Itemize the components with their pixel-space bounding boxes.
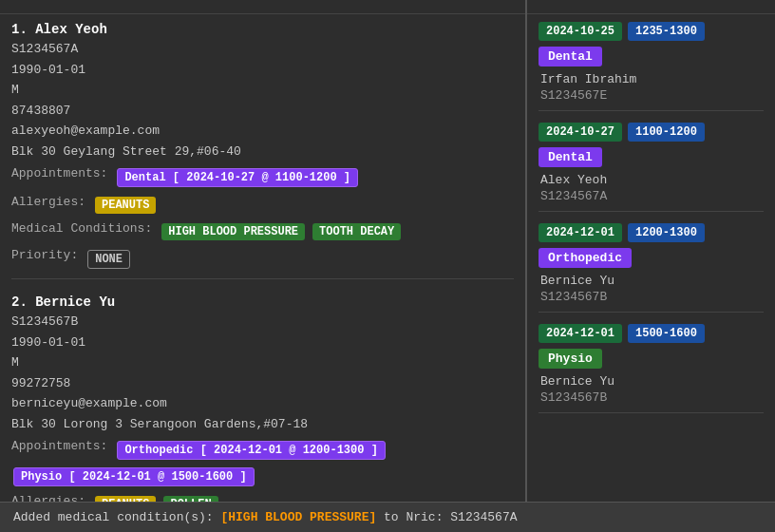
priority-tag: NONE: [87, 250, 130, 269]
patient-card: 1. Alex Yeoh S1234567A 1990-01-01 M 8743…: [11, 22, 514, 279]
patient-gender: M: [11, 81, 514, 100]
appointment-card: 2024-12-01 1200-1300 Orthopedic Bernice …: [539, 223, 764, 313]
appointments-label: Appointments:: [11, 439, 107, 453]
appointment-tag: Physio [ 2024-12-01 @ 1500-1600 ]: [13, 467, 255, 486]
patients-list: 1. Alex Yeoh S1234567A 1990-01-01 M 8743…: [0, 14, 525, 502]
allergies-row: Allergies: PEANUTS: [11, 195, 514, 216]
patient-nric: S1234567A: [11, 40, 514, 59]
allergy-tag: PEANUTS: [95, 197, 156, 214]
patient-card: 2. Bernice Yu S1234567B 1990-01-01 M 992…: [11, 294, 514, 502]
appointments-list: 2024-10-25 1235-1300 Dental Irfan Ibrahi…: [527, 14, 775, 502]
appt-patient-name: Bernice Yu: [540, 374, 764, 389]
appt-date-row: 2024-12-01 1500-1600: [539, 324, 764, 343]
appt-time: 1235-1300: [628, 22, 705, 41]
appt-date: 2024-12-01: [539, 223, 622, 242]
appt-time: 1500-1600: [628, 324, 705, 343]
priority-label: Priority:: [11, 248, 78, 262]
allergies-label: Allergies:: [11, 494, 85, 502]
patient-gender: M: [11, 353, 514, 372]
appt-patient-name: Alex Yeoh: [540, 173, 764, 187]
patient-email: alexyeoh@example.com: [11, 122, 514, 141]
patient-dob: 1990-01-01: [11, 333, 514, 352]
appt-date: 2024-10-27: [539, 123, 622, 142]
patient-dob: 1990-01-01: [11, 61, 514, 80]
appt-date-row: 2024-10-25 1235-1300: [539, 22, 764, 41]
patient-address: Blk 30 Geylang Street 29,#06-40: [11, 142, 514, 162]
patient-nric: S1234567B: [11, 313, 514, 332]
appointment-card: 2024-10-27 1100-1200 Dental Alex Yeoh S1…: [539, 123, 764, 212]
appointments-title: [527, 0, 775, 14]
appt-nric: S1234567B: [540, 390, 764, 405]
patient-phone: 87438807: [11, 102, 514, 121]
patients-panel: 1. Alex Yeoh S1234567A 1990-01-01 M 8743…: [0, 0, 527, 502]
appointment-tag: Dental [ 2024-10-27 @ 1100-1200 ]: [117, 168, 358, 187]
appointment-card: 2024-12-01 1500-1600 Physio Bernice Yu S…: [539, 324, 764, 413]
appt-date-row: 2024-12-01 1200-1300: [539, 223, 764, 242]
appt-date: 2024-12-01: [539, 324, 622, 343]
appt-time: 1200-1300: [628, 223, 705, 242]
appt-type: Dental: [539, 47, 602, 66]
appointments-row: Appointments: Orthopedic [ 2024-12-01 @ …: [11, 439, 514, 488]
appt-nric: S1234567B: [540, 290, 764, 304]
appointments-panel: 2024-10-25 1235-1300 Dental Irfan Ibrahi…: [527, 0, 775, 502]
allergies-label: Allergies:: [11, 195, 85, 209]
conditions-row: Medical Conditions: HIGH BLOOD PRESSURET…: [11, 221, 514, 242]
appt-type: Orthopedic: [539, 248, 632, 268]
patient-name: 2. Bernice Yu: [11, 294, 514, 310]
condition-tag: TOOTH DECAY: [312, 223, 401, 240]
appointment-tag: Orthopedic [ 2024-12-01 @ 1200-1300 ]: [117, 441, 385, 460]
patients-title: [0, 0, 525, 14]
patient-phone: 99272758: [11, 374, 514, 393]
status-bar: Added medical condition(s): [HIGH BLOOD …: [0, 502, 775, 532]
patient-email: berniceyu@example.com: [11, 394, 514, 413]
appt-patient-name: Bernice Yu: [540, 274, 764, 288]
appointments-label: Appointments:: [11, 166, 107, 180]
appt-type: Dental: [539, 147, 602, 167]
appt-date: 2024-10-25: [539, 22, 622, 41]
appt-time: 1100-1200: [628, 123, 705, 142]
patient-name: 1. Alex Yeoh: [11, 22, 514, 37]
allergies-row: Allergies: PEANUTSPOLLEN: [11, 494, 514, 502]
appt-type: Physio: [539, 349, 602, 369]
priority-row: Priority: NONE: [11, 248, 514, 271]
appt-patient-name: Irfan Ibrahim: [540, 72, 764, 86]
conditions-label: Medical Conditions:: [11, 221, 152, 236]
appt-nric: S1234567E: [540, 88, 764, 103]
patient-address: Blk 30 Lorong 3 Serangoon Gardens,#07-18: [11, 415, 514, 434]
condition-tag: HIGH BLOOD PRESSURE: [161, 223, 305, 240]
main-area: 1. Alex Yeoh S1234567A 1990-01-01 M 8743…: [0, 0, 775, 502]
appointments-row: Appointments: Dental [ 2024-10-27 @ 1100…: [11, 166, 514, 189]
appt-date-row: 2024-10-27 1100-1200: [539, 123, 764, 142]
appt-nric: S1234567A: [540, 189, 764, 203]
appointment-card: 2024-10-25 1235-1300 Dental Irfan Ibrahi…: [539, 22, 764, 111]
status-message: Added medical condition(s): [HIGH BLOOD …: [13, 510, 518, 524]
